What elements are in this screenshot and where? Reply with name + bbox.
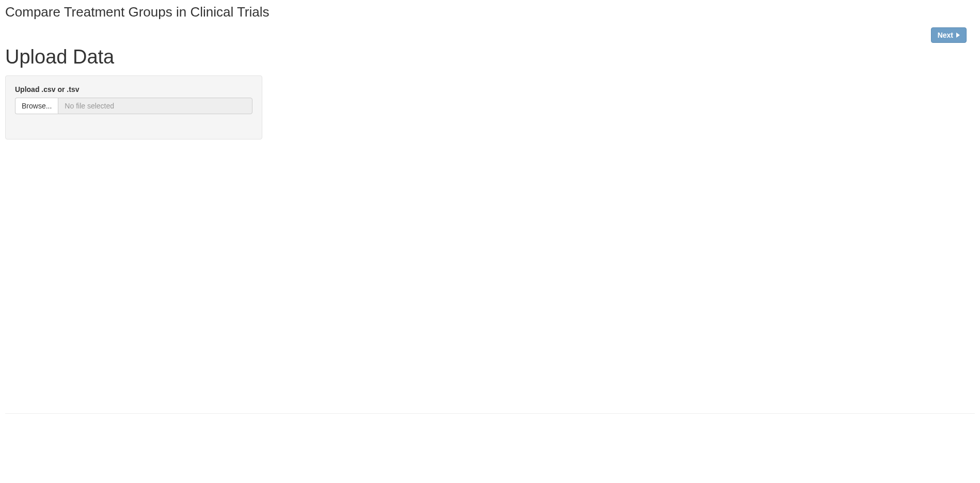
app-title: Compare Treatment Groups in Clinical Tri… (5, 4, 975, 20)
next-button[interactable]: Next (931, 27, 967, 43)
browse-button[interactable]: Browse... (15, 98, 58, 114)
upload-panel: Upload .csv or .tsv Browse... No file se… (5, 75, 262, 139)
divider (5, 413, 975, 414)
file-input[interactable]: Browse... No file selected (15, 98, 252, 114)
next-button-label: Next (938, 31, 953, 39)
top-actions-bar: Next (5, 27, 975, 43)
file-status-text: No file selected (58, 98, 252, 114)
upload-label: Upload .csv or .tsv (15, 85, 252, 94)
page-heading: Upload Data (5, 46, 975, 68)
chevron-right-icon (956, 33, 960, 38)
